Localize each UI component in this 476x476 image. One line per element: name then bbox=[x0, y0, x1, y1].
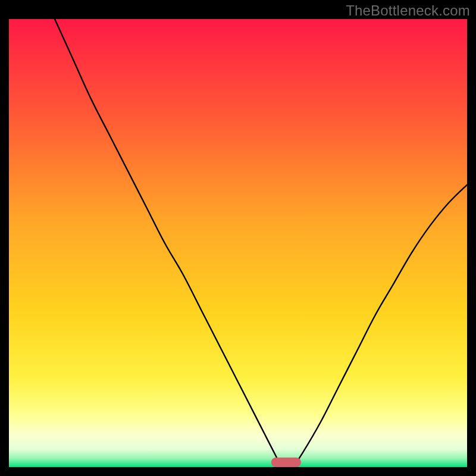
chart-frame: TheBottleneck.com bbox=[0, 0, 476, 476]
gradient-background bbox=[9, 19, 467, 467]
bottleneck-marker bbox=[271, 458, 301, 467]
watermark-text: TheBottleneck.com bbox=[346, 2, 470, 19]
bottleneck-chart bbox=[9, 19, 467, 467]
